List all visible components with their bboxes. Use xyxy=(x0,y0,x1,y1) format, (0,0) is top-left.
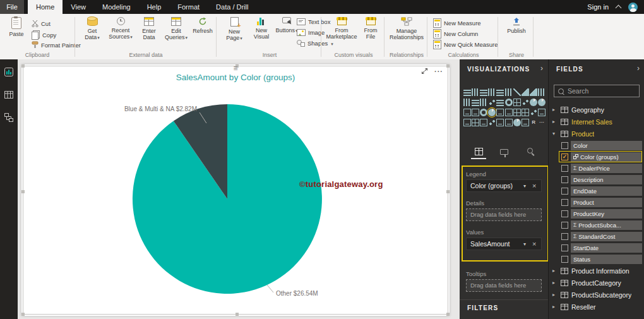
multi-row-card-icon[interactable] xyxy=(472,109,479,116)
fields-field-productsubca[interactable]: ΣProductSubca... xyxy=(559,219,642,231)
checkbox-unchecked[interactable] xyxy=(561,244,568,251)
resize-handle[interactable] xyxy=(21,64,25,68)
remove-field-icon[interactable] xyxy=(532,240,541,248)
checkbox-unchecked[interactable] xyxy=(561,176,568,183)
fields-field-productkey[interactable]: ProductKey xyxy=(559,208,642,219)
r-script-visual-icon[interactable]: R xyxy=(530,119,537,126)
get-data-button[interactable]: Get Data xyxy=(81,17,104,41)
chevron-down-icon[interactable] xyxy=(523,241,532,247)
key-influencers-icon[interactable] xyxy=(530,109,537,116)
model-view-button[interactable] xyxy=(4,112,14,125)
matrix-icon[interactable] xyxy=(522,109,529,116)
checkbox-unchecked[interactable] xyxy=(561,256,568,263)
line-and-clustered-column-chart-icon[interactable] xyxy=(463,99,471,106)
fields-search-input[interactable]: Search xyxy=(554,85,640,97)
analytics-pane-tab[interactable] xyxy=(522,145,537,158)
report-page[interactable]: SalesAmount by Color (groups) Blue & Mul… xyxy=(21,64,450,316)
details-well-dropzone[interactable]: Drag data fields here xyxy=(466,208,542,221)
paginated-report-icon[interactable] xyxy=(472,119,479,126)
field-pill[interactable]: ΣDealerPrice xyxy=(571,164,642,173)
fields-table-product[interactable]: ▾Product xyxy=(549,128,644,140)
enter-data-button[interactable]: Enter Data xyxy=(138,17,160,41)
resize-handle[interactable] xyxy=(236,313,239,316)
fields-field-description[interactable]: Description xyxy=(559,174,642,185)
field-pill[interactable]: ΣProductSubca... xyxy=(571,220,642,230)
qna-visual-icon[interactable] xyxy=(538,109,546,116)
fields-table-internet-sales[interactable]: ▸Internet Sales xyxy=(549,116,644,128)
stacked-column-chart-icon[interactable] xyxy=(472,88,479,96)
refresh-button[interactable]: Refresh xyxy=(192,17,213,34)
field-pill[interactable]: Color xyxy=(571,141,642,150)
hundred-percent-stacked-column-chart-icon[interactable] xyxy=(505,88,513,96)
filled-map-icon[interactable] xyxy=(530,99,537,106)
kpi-icon[interactable] xyxy=(496,109,504,116)
checkbox-unchecked[interactable] xyxy=(561,210,568,217)
legend-well-field[interactable]: Color (groups) xyxy=(466,179,542,192)
fields-table-reseller[interactable]: ▸Reseller xyxy=(549,301,644,313)
gauge-chart-icon[interactable] xyxy=(505,99,513,106)
ribbon-chart-icon[interactable] xyxy=(472,99,479,106)
shape-map-icon[interactable] xyxy=(538,99,546,106)
field-pill[interactable]: EndDate xyxy=(571,186,642,196)
waterfall-chart-icon[interactable] xyxy=(480,99,487,106)
field-pill[interactable]: ProductKey xyxy=(571,209,642,219)
copy-button[interactable]: Copy xyxy=(32,30,56,40)
tooltips-well-dropzone[interactable]: Drag data fields here xyxy=(466,279,542,292)
pie-chart-icon[interactable] xyxy=(488,109,496,116)
field-pill[interactable]: Product xyxy=(571,198,642,207)
checkbox-unchecked[interactable] xyxy=(561,165,568,172)
sign-in-link[interactable]: Sign in xyxy=(587,3,609,11)
field-pill[interactable]: StartDate xyxy=(571,243,642,253)
new-measure-button[interactable]: New Measure xyxy=(433,18,481,28)
titlebar-tab-data-drill[interactable]: Data / Drill xyxy=(208,0,256,14)
checkbox-unchecked[interactable] xyxy=(561,199,568,206)
checkbox-unchecked[interactable] xyxy=(561,233,568,240)
field-pill[interactable]: ΣStandardCost xyxy=(571,232,642,241)
more-options-icon[interactable]: ··· xyxy=(538,119,546,126)
stacked-area-chart-icon[interactable] xyxy=(530,88,537,96)
fields-field-standardcost[interactable]: ΣStandardCost xyxy=(559,231,642,242)
cut-button[interactable]: Cut xyxy=(32,20,51,27)
clustered-column-chart-icon[interactable] xyxy=(488,88,496,96)
funnel-chart-icon[interactable] xyxy=(496,99,504,106)
decomposition-tree-icon[interactable] xyxy=(488,119,496,126)
smart-narrative-icon[interactable] xyxy=(496,119,504,126)
fields-table-geography[interactable]: ▸Geography xyxy=(549,104,644,116)
remove-field-icon[interactable] xyxy=(532,182,541,190)
custom-visual-icon[interactable] xyxy=(522,119,529,126)
recent-sources-button[interactable]: Recent Sources xyxy=(106,17,135,40)
slicer-icon[interactable] xyxy=(505,109,513,116)
collapse-panel-icon[interactable] xyxy=(540,64,543,73)
new-column-button[interactable]: New Column xyxy=(433,29,478,39)
fields-field-color-groups[interactable]: ✓Color (groups) xyxy=(559,151,642,162)
publish-button[interactable]: Publish xyxy=(506,17,527,34)
stacked-bar-chart-icon[interactable] xyxy=(463,88,471,96)
titlebar-tab-home[interactable]: Home xyxy=(28,0,63,14)
map-icon[interactable] xyxy=(522,99,529,106)
titlebar-tab-modeling[interactable]: Modeling xyxy=(94,0,139,14)
fields-table-productsubcategory[interactable]: ▸ProductSubcategory xyxy=(549,289,644,301)
fields-table-productcategory[interactable]: ▸ProductCategory xyxy=(549,277,644,289)
table-icon[interactable] xyxy=(513,109,521,116)
new-visual-button[interactable]: New Visual xyxy=(249,17,274,40)
paste-button[interactable]: Paste xyxy=(5,17,28,37)
titlebar-tab-view[interactable]: View xyxy=(63,0,94,14)
fields-field-startdate[interactable]: StartDate xyxy=(559,242,642,253)
collapse-panel-icon[interactable] xyxy=(637,64,640,73)
power-apps-icon[interactable] xyxy=(480,119,487,126)
values-well-field[interactable]: SalesAmount xyxy=(466,238,542,250)
fields-pane-tab[interactable] xyxy=(471,145,486,159)
chevron-right-icon[interactable]: ▸ xyxy=(552,304,558,310)
checkbox-unchecked[interactable] xyxy=(561,142,568,149)
area-chart-icon[interactable] xyxy=(522,88,529,96)
hundred-percent-stacked-bar-chart-icon[interactable] xyxy=(496,88,504,96)
report-view-button[interactable] xyxy=(4,67,14,80)
card-icon[interactable] xyxy=(463,109,471,116)
fields-field-color[interactable]: Color xyxy=(559,140,642,151)
format-painter-button[interactable]: Format Painter xyxy=(32,41,81,49)
user-avatar[interactable] xyxy=(628,3,638,12)
manage-relationships-button[interactable]: Manage Relationships xyxy=(389,17,424,41)
visual-drag-handle[interactable] xyxy=(233,65,237,72)
titlebar-tab-format[interactable]: Format xyxy=(169,0,208,14)
chevron-right-icon[interactable]: ▸ xyxy=(552,292,558,298)
